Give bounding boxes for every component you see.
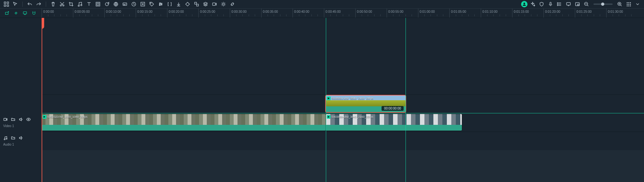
svg-marker-40 — [328, 97, 330, 99]
group-icon[interactable] — [193, 0, 200, 8]
mute-icon[interactable] — [19, 117, 23, 123]
avatar-icon[interactable] — [521, 1, 527, 7]
folder-icon[interactable] — [11, 117, 15, 123]
text-icon[interactable] — [85, 0, 93, 8]
svg-rect-32 — [5, 12, 8, 14]
mute-icon[interactable] — [19, 136, 23, 141]
timeline-header: 0:00:000:00:05:000:00:10:000:00:15:000:0… — [0, 8, 644, 18]
zoom-out-icon[interactable] — [583, 0, 590, 8]
separator — [22, 2, 23, 7]
playhead-handle[interactable] — [42, 18, 44, 29]
clock-icon[interactable] — [130, 0, 138, 8]
clip-field[interactable]: 5608091-uhd_3840_2160_24fps 00:00:00:00 — [326, 95, 406, 112]
chevron-down-icon[interactable] — [634, 0, 641, 8]
timeline-body: Video 1 Audio 1 5052323-hd_1920_1080_30f… — [0, 18, 644, 182]
shield-icon[interactable] — [538, 0, 545, 8]
sparkle-icon[interactable] — [529, 0, 536, 8]
device-icon[interactable] — [565, 0, 572, 8]
undo-icon[interactable] — [26, 0, 34, 8]
frame-icon[interactable] — [94, 0, 102, 8]
effects-icon[interactable] — [220, 0, 227, 8]
clip-forest[interactable]: 5052323-hd_1920_1080_30fps — [42, 114, 326, 131]
folder-icon[interactable] — [11, 136, 15, 141]
tracks-area[interactable]: 5052323-hd_1920_1080_30fps 5403899-uhd_3… — [42, 18, 644, 182]
svg-rect-23 — [550, 2, 551, 4]
subtitle-icon[interactable] — [121, 0, 129, 8]
video-track-label: Video 1 — [3, 124, 42, 128]
video-icon — [327, 115, 331, 119]
svg-marker-39 — [328, 116, 330, 118]
add-track-icon[interactable] — [4, 10, 10, 16]
svg-rect-2 — [4, 5, 6, 6]
svg-point-37 — [6, 138, 7, 139]
separator — [46, 2, 46, 7]
svg-rect-8 — [96, 2, 100, 6]
svg-rect-18 — [195, 2, 197, 4]
playhead[interactable] — [42, 18, 42, 182]
keyframe-icon[interactable] — [184, 0, 191, 8]
pip-icon[interactable] — [574, 0, 581, 8]
bracket-icon[interactable] — [166, 0, 173, 8]
audio-lane[interactable] — [42, 132, 644, 150]
svg-point-7 — [81, 4, 82, 6]
trash-icon[interactable] — [49, 0, 57, 8]
rotate-icon[interactable] — [103, 0, 111, 8]
svg-rect-19 — [197, 4, 198, 6]
music-icon[interactable] — [76, 0, 84, 8]
video-icon — [43, 115, 46, 119]
clip-coast[interactable]: 5403899-uhd_3840_2160_25fps — [326, 114, 462, 131]
mic-icon[interactable] — [547, 0, 554, 8]
video-track-header[interactable]: Video 1 — [0, 113, 42, 132]
svg-point-14 — [150, 3, 151, 4]
clip-time-badge: 00:00:00:00 — [382, 106, 404, 111]
link-tracks-icon[interactable] — [13, 10, 19, 16]
svg-rect-3 — [7, 5, 9, 6]
cut-icon[interactable] — [58, 0, 66, 8]
adjust-icon[interactable] — [157, 0, 165, 8]
layers-icon[interactable] — [202, 0, 209, 8]
svg-point-5 — [63, 5, 64, 6]
video-icon — [327, 96, 331, 100]
fit-icon[interactable] — [139, 0, 147, 8]
svg-rect-9 — [97, 3, 99, 5]
arrow-down-icon[interactable] — [175, 0, 182, 8]
list-icon[interactable] — [556, 0, 563, 8]
audio-track-header[interactable]: Audio 1 — [0, 132, 42, 150]
svg-point-6 — [78, 5, 79, 6]
top-toolbar — [0, 0, 644, 8]
svg-rect-11 — [123, 3, 127, 5]
select-icon[interactable] — [12, 0, 19, 8]
eye-icon[interactable] — [26, 117, 31, 123]
svg-point-21 — [222, 3, 224, 5]
svg-point-4 — [60, 5, 61, 6]
magnet-icon[interactable] — [31, 10, 37, 16]
svg-rect-27 — [567, 3, 570, 5]
tag-icon[interactable] — [148, 0, 156, 8]
zoom-in-icon[interactable] — [616, 0, 624, 8]
tracks-gutter: Video 1 Audio 1 — [0, 18, 42, 182]
link-icon[interactable] — [229, 0, 236, 8]
grid-icon[interactable] — [3, 0, 10, 8]
svg-rect-20 — [213, 3, 215, 5]
svg-point-26 — [557, 5, 558, 6]
camera-icon — [3, 117, 8, 123]
time-ruler[interactable]: 0:00:000:00:05:000:00:10:000:00:15:000:0… — [42, 9, 644, 18]
view-options-icon[interactable] — [625, 0, 632, 8]
marker-icon[interactable] — [22, 10, 28, 16]
zoom-slider[interactable] — [593, 4, 613, 5]
svg-rect-1 — [7, 2, 9, 4]
empty-area — [42, 18, 644, 95]
record-icon[interactable] — [211, 0, 218, 8]
snap-guide-vertical — [326, 18, 326, 182]
snap-guide-horizontal — [42, 113, 644, 113]
track-control-bar — [0, 9, 42, 18]
snap-guide-vertical — [406, 18, 406, 182]
svg-point-25 — [557, 4, 558, 4]
svg-point-35 — [28, 119, 29, 120]
redo-icon[interactable] — [35, 0, 43, 8]
note-icon — [3, 136, 8, 141]
svg-marker-38 — [44, 116, 45, 118]
clip-title: 5608091-uhd_3840_2160_24fps — [332, 97, 404, 100]
globe-icon[interactable] — [112, 0, 120, 8]
crop-icon[interactable] — [67, 0, 75, 8]
